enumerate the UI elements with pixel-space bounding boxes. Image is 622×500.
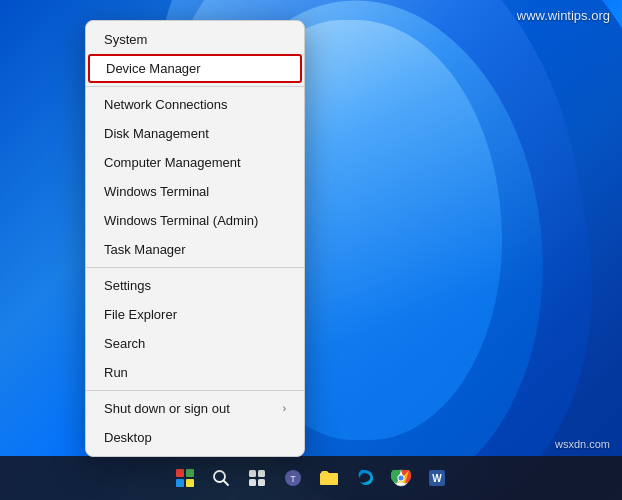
word-button[interactable]: W — [421, 462, 453, 494]
menu-item-windows-terminal[interactable]: Windows Terminal — [86, 177, 304, 206]
menu-item-desktop[interactable]: Desktop — [86, 423, 304, 452]
svg-text:T: T — [290, 474, 296, 484]
menu-item-label: Settings — [104, 278, 151, 293]
taskbar: T W — [0, 456, 622, 500]
menu-item-device-manager[interactable]: Device Manager — [88, 54, 302, 83]
menu-item-settings[interactable]: Settings — [86, 271, 304, 300]
menu-item-label: File Explorer — [104, 307, 177, 322]
menu-separator — [86, 390, 304, 391]
menu-item-windows-terminal-admin[interactable]: Windows Terminal (Admin) — [86, 206, 304, 235]
svg-rect-3 — [258, 470, 265, 477]
svg-line-1 — [224, 481, 229, 486]
svg-text:W: W — [432, 473, 442, 484]
menu-separator — [86, 267, 304, 268]
watermark-top: www.wintips.org — [517, 8, 610, 23]
taskview-button[interactable] — [241, 462, 273, 494]
watermark-bottom: wsxdn.com — [555, 438, 610, 450]
svg-rect-2 — [249, 470, 256, 477]
menu-item-label: Task Manager — [104, 242, 186, 257]
svg-rect-4 — [249, 479, 256, 486]
menu-item-task-manager[interactable]: Task Manager — [86, 235, 304, 264]
menu-item-run[interactable]: Run — [86, 358, 304, 387]
menu-item-disk-management[interactable]: Disk Management — [86, 119, 304, 148]
menu-item-label: Search — [104, 336, 145, 351]
menu-item-label: Shut down or sign out — [104, 401, 230, 416]
svg-point-10 — [399, 476, 404, 481]
submenu-arrow-icon: › — [283, 403, 286, 414]
menu-item-shut-down-or-sign-out[interactable]: Shut down or sign out› — [86, 394, 304, 423]
menu-item-label: Disk Management — [104, 126, 209, 141]
menu-item-system[interactable]: System — [86, 25, 304, 54]
menu-item-label: Windows Terminal — [104, 184, 209, 199]
svg-rect-5 — [258, 479, 265, 486]
menu-item-label: Run — [104, 365, 128, 380]
menu-item-label: Device Manager — [106, 61, 201, 76]
start-button[interactable] — [169, 462, 201, 494]
menu-item-label: System — [104, 32, 147, 47]
edge-button[interactable] — [349, 462, 381, 494]
menu-item-network-connections[interactable]: Network Connections — [86, 90, 304, 119]
context-menu: SystemDevice ManagerNetwork ConnectionsD… — [85, 20, 305, 457]
menu-item-label: Windows Terminal (Admin) — [104, 213, 258, 228]
menu-item-label: Network Connections — [104, 97, 228, 112]
menu-item-label: Computer Management — [104, 155, 241, 170]
menu-item-file-explorer[interactable]: File Explorer — [86, 300, 304, 329]
menu-item-computer-management[interactable]: Computer Management — [86, 148, 304, 177]
menu-item-label: Desktop — [104, 430, 152, 445]
menu-item-search[interactable]: Search — [86, 329, 304, 358]
search-button[interactable] — [205, 462, 237, 494]
menu-separator — [86, 86, 304, 87]
chrome-button[interactable] — [385, 462, 417, 494]
files-button[interactable] — [313, 462, 345, 494]
teams-button[interactable]: T — [277, 462, 309, 494]
